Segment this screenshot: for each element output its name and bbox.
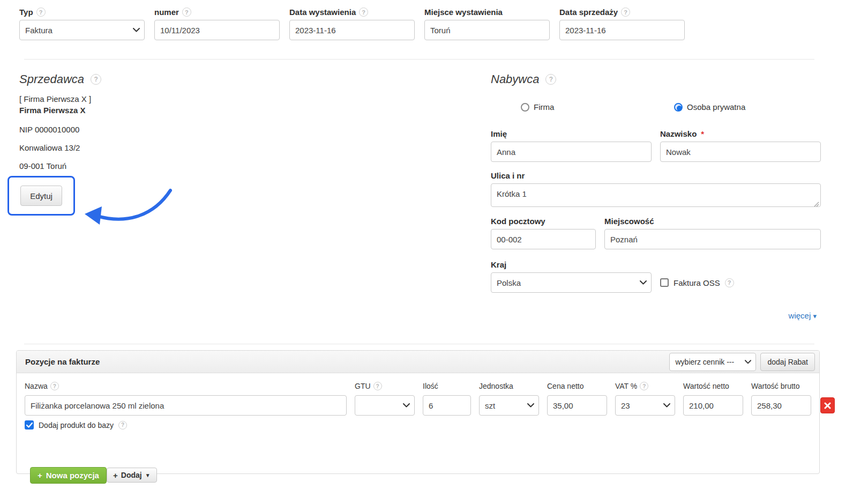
new-item-button-label: Nowa pozycja: [46, 471, 99, 480]
field-kod-pocztowy: Kod pocztowy: [491, 217, 596, 249]
field-miejscowosc: Miejscowość: [604, 217, 821, 249]
col-jednostka-text: Jednostka: [479, 382, 513, 390]
miejscowosc-input[interactable]: [604, 229, 821, 249]
edit-seller-button[interactable]: Edytuj: [20, 186, 62, 206]
col-vat-text: VAT %: [615, 382, 637, 390]
help-icon[interactable]: ?: [545, 74, 556, 85]
help-icon[interactable]: ?: [91, 74, 101, 85]
add-product-to-db-row[interactable]: Dodaj produkt do bazy ?: [25, 420, 811, 430]
ulica-textarea[interactable]: Krótka 1: [491, 183, 821, 207]
field-data-wystawienia: Data wystawienia ?: [289, 8, 415, 40]
col-ilosc-text: Ilość: [423, 382, 438, 390]
miejscowosc-label: Miejscowość: [604, 217, 821, 226]
seller-title: Sprzedawca: [19, 72, 84, 86]
more-link[interactable]: więcej ▾: [789, 311, 817, 320]
item-net-value-input[interactable]: [683, 395, 743, 416]
add-dropdown-button[interactable]: + Dodaj ▼: [107, 468, 157, 483]
caret-down-icon: ▾: [813, 312, 817, 320]
help-icon[interactable]: ?: [725, 278, 734, 287]
item-name-input[interactable]: [25, 395, 347, 416]
field-data-sprzedazy: Data sprzedaży ?: [559, 8, 685, 40]
seller-street: Konwaliowa 13/2: [19, 143, 469, 152]
items-column-headers: Nazwa ? GTU ? Ilość Jednostka Cena netto…: [25, 379, 811, 390]
ulica-label: Ulica i nr: [491, 171, 821, 180]
kraj-label-text: Kraj: [491, 260, 506, 269]
delete-x-icon: [824, 402, 831, 409]
miejsce-wystawienia-label: Miejsce wystawienia: [424, 8, 550, 17]
plus-icon: +: [113, 471, 118, 480]
radio-osoba-prywatna[interactable]: Osoba prywatna: [674, 102, 745, 112]
kraj-label: Kraj: [491, 260, 821, 269]
col-cena-netto: Cena netto: [547, 382, 607, 390]
data-wystawienia-input[interactable]: [289, 20, 415, 40]
imie-input[interactable]: [491, 142, 652, 162]
col-nazwa-text: Nazwa: [25, 382, 48, 390]
data-wystawienia-label-text: Data wystawienia: [289, 8, 356, 17]
miejsce-wystawienia-input[interactable]: [424, 20, 550, 40]
kod-pocztowy-label-text: Kod pocztowy: [491, 217, 545, 226]
typ-select[interactable]: Faktura: [19, 20, 145, 40]
help-icon[interactable]: ?: [621, 8, 630, 17]
add-discount-button[interactable]: dodaj Rabat: [760, 353, 815, 371]
miejsce-wystawienia-label-text: Miejsce wystawienia: [424, 8, 503, 17]
imie-label-text: Imię: [491, 129, 507, 138]
numer-input[interactable]: [154, 20, 280, 40]
add-product-to-db-checkbox[interactable]: [25, 420, 34, 430]
field-miejsce-wystawienia: Miejsce wystawienia: [424, 8, 550, 40]
data-sprzedazy-label-text: Data sprzedaży: [559, 8, 618, 17]
col-gtu-text: GTU: [355, 382, 371, 390]
seller-city: 09-001 Toruń: [19, 161, 469, 171]
help-icon[interactable]: ?: [118, 421, 127, 430]
help-icon[interactable]: ?: [50, 382, 59, 390]
price-list-select[interactable]: wybierz cennik ---: [669, 353, 756, 371]
seller-shortname: [ Firma Pierwsza X ]: [19, 93, 469, 105]
help-icon[interactable]: ?: [182, 8, 191, 17]
faktura-oss-checkbox-row[interactable]: Faktura OSS ?: [660, 272, 734, 293]
item-gross-value-input[interactable]: [751, 395, 811, 416]
add-button-label: Dodaj: [121, 471, 142, 479]
nazwisko-label-text: Nazwisko: [660, 129, 697, 138]
faktura-oss-checkbox[interactable]: [660, 278, 669, 287]
delete-row-button[interactable]: [820, 397, 835, 413]
item-vat-select[interactable]: 23: [615, 395, 675, 416]
field-ulica: Ulica i nr Krótka 1: [491, 171, 821, 209]
col-gtu: GTU ?: [355, 382, 415, 390]
col-vat: VAT % ?: [615, 382, 675, 390]
help-icon[interactable]: ?: [373, 382, 382, 390]
field-imie: Imię: [491, 129, 652, 162]
col-cena-netto-text: Cena netto: [547, 382, 584, 390]
typ-label: Typ ?: [19, 8, 145, 17]
kraj-select[interactable]: Polska: [491, 272, 652, 293]
data-wystawienia-label: Data wystawienia ?: [289, 8, 415, 17]
radio-firma[interactable]: Firma: [521, 102, 554, 112]
kod-pocztowy-input[interactable]: [491, 229, 596, 249]
divider: [24, 344, 814, 344]
item-net-price-input[interactable]: [547, 395, 607, 416]
data-sprzedazy-input[interactable]: [559, 20, 685, 40]
edit-button-highlight-annotation: Edytuj: [8, 176, 75, 216]
radio-firma-label: Firma: [534, 102, 554, 112]
item-quantity-input[interactable]: [423, 395, 471, 416]
numer-label: numer ?: [154, 8, 280, 17]
miejscowosc-label-text: Miejscowość: [604, 217, 654, 226]
radio-osoba-prywatna-circle-icon[interactable]: [674, 103, 683, 112]
col-jednostka: Jednostka: [479, 382, 539, 390]
nazwisko-input[interactable]: [660, 142, 821, 162]
kod-pocztowy-label: Kod pocztowy: [491, 217, 596, 226]
help-icon[interactable]: ?: [359, 8, 368, 17]
help-icon[interactable]: ?: [640, 382, 648, 390]
item-gtu-select[interactable]: [355, 395, 415, 416]
seller-nip: NIP 0000010000: [19, 125, 469, 134]
col-wartosc-netto: Wartość netto: [683, 382, 743, 390]
item-row: szt 23: [25, 395, 811, 416]
col-ilosc: Ilość: [423, 382, 471, 390]
more-link-text: więcej: [789, 311, 811, 320]
invoice-items-panel: Pozycje na fakturze wybierz cennik --- d…: [16, 350, 820, 474]
radio-firma-circle-icon[interactable]: [521, 103, 529, 112]
new-item-button[interactable]: + Nowa pozycja: [30, 467, 107, 484]
invoice-header-row: Typ ? Faktura numer ? Data wystawienia ?…: [0, 0, 868, 40]
field-typ: Typ ? Faktura: [19, 8, 145, 40]
help-icon[interactable]: ?: [36, 8, 46, 17]
item-unit-select[interactable]: szt: [479, 395, 539, 416]
items-panel-header: Pozycje na fakturze wybierz cennik --- d…: [17, 351, 819, 373]
